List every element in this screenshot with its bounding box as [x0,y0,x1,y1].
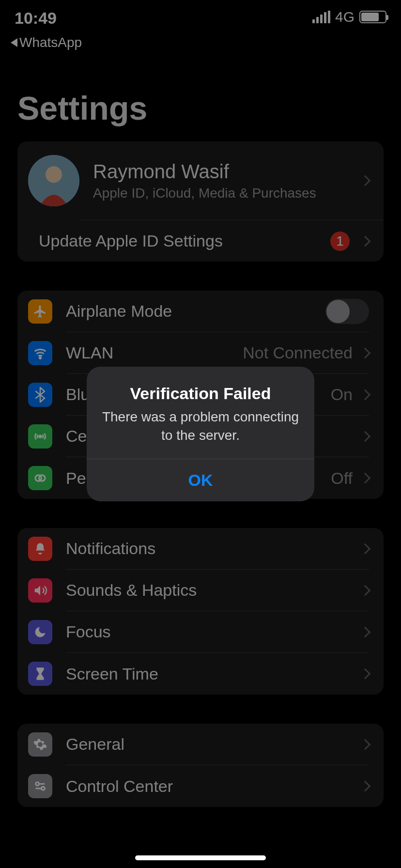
alert-ok-button[interactable]: OK [87,459,314,501]
alert-dialog: Verification Failed There was a problem … [87,367,314,502]
home-indicator[interactable] [135,855,266,860]
alert-title: Verification Failed [100,384,301,403]
alert-message: There was a problem connecting to the se… [100,408,301,445]
alert-overlay: Verification Failed There was a problem … [0,0,401,868]
